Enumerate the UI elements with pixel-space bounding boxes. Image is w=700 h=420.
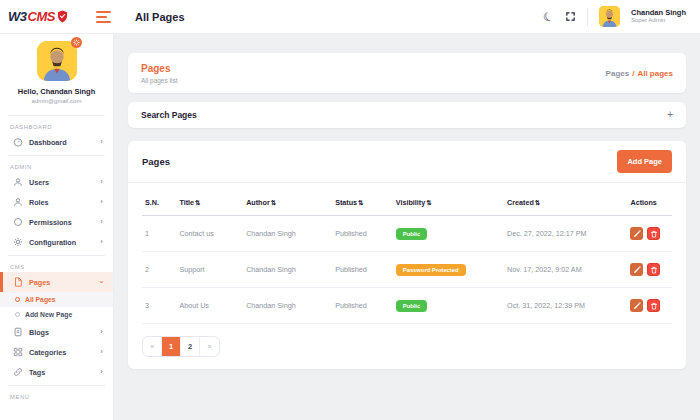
sidebar-item-tags[interactable]: Tags › — [0, 362, 113, 382]
sidebar-item-label: Permissions — [29, 218, 72, 227]
breadcrumb-parent[interactable]: Pages — [606, 69, 630, 78]
chevron-right-icon: › — [100, 138, 103, 146]
divider — [8, 255, 105, 256]
dashboard-icon — [13, 137, 23, 147]
sort-icon: ⇅ — [195, 199, 200, 206]
avatar-settings-badge-icon[interactable] — [71, 37, 82, 48]
main-content: Pages All pages list Pages/All pages Sea… — [114, 34, 700, 420]
sidebar-item-dashboard[interactable]: Dashboard › — [0, 132, 113, 152]
edit-button[interactable] — [630, 227, 643, 240]
sort-icon: ⇅ — [535, 199, 540, 206]
pencil-icon — [633, 266, 641, 274]
sort-icon: ⇅ — [271, 199, 276, 206]
roles-icon — [13, 197, 23, 207]
cell-sn: 1 — [142, 216, 176, 252]
visibility-badge: Password Protected — [396, 264, 466, 276]
sidebar-subitem-label: Add New Page — [25, 311, 72, 318]
sidebar: Hello, Chandan Singh admin@gmail.com DAS… — [0, 34, 114, 420]
cell-title: Support — [176, 252, 243, 288]
blogs-icon — [13, 327, 23, 337]
brand-logo-text-right: CMS — [28, 9, 55, 24]
tags-icon — [13, 367, 23, 377]
expand-plus-icon: + — [667, 110, 673, 120]
dark-mode-icon[interactable]: ☾ — [542, 9, 556, 24]
header-user-name: Chandan Singh — [631, 8, 686, 17]
sidebar-item-categories[interactable]: Categories › — [0, 342, 113, 362]
profile-avatar[interactable] — [37, 41, 77, 81]
table-header-row: S.N. Title⇅ Author⇅ Status⇅ Visibility⇅ … — [142, 187, 672, 216]
delete-button[interactable] — [647, 227, 660, 240]
cell-title: About Us — [176, 288, 243, 324]
pages-icon — [13, 277, 23, 287]
pencil-icon — [633, 230, 641, 238]
sidebar-item-blogs[interactable]: Blogs › — [0, 322, 113, 342]
pages-table: S.N. Title⇅ Author⇅ Status⇅ Visibility⇅ … — [142, 187, 672, 324]
brand-logo[interactable]: W3CMS — [8, 9, 88, 24]
sidebar-item-permissions[interactable]: Permissions › — [0, 212, 113, 232]
visibility-badge: Public — [396, 228, 427, 240]
sidebar-item-label: Users — [29, 178, 49, 187]
pagination-prev[interactable]: « — [143, 337, 162, 356]
pages-card: Pages Add Page S.N. Title⇅ Author⇅ Statu… — [128, 141, 686, 369]
column-header-sn: S.N. — [142, 187, 176, 216]
pagination: « 1 2 » — [142, 336, 220, 357]
column-header-author[interactable]: Author⇅ — [243, 187, 332, 216]
sidebar-item-users[interactable]: Users › — [0, 172, 113, 192]
header-avatar[interactable] — [599, 6, 620, 27]
breadcrumb-current: All pages — [637, 69, 673, 78]
pagination-page-1[interactable]: 1 — [162, 337, 181, 356]
section-label-dashboard: DASHBOARD — [0, 119, 113, 132]
column-header-created[interactable]: Created⇅ — [504, 187, 627, 216]
pagination-next[interactable]: » — [200, 337, 219, 356]
search-panel-title: Search Pages — [141, 110, 197, 120]
brand-shield-icon — [57, 10, 68, 23]
topbar: W3CMS All Pages ☾ Chandan Singh Super Ad… — [0, 0, 700, 34]
sidebar-item-pages[interactable]: Pages › — [0, 272, 113, 292]
search-pages-panel[interactable]: Search Pages + — [128, 102, 686, 128]
sidebar-subitem-label: All Pages — [25, 296, 56, 303]
sidebar-item-roles[interactable]: Roles › — [0, 192, 113, 212]
breadcrumb: Pages/All pages — [606, 69, 673, 78]
divider — [8, 155, 105, 156]
header-user-role: Super Admin — [631, 17, 686, 25]
sidebar-subitem-all-pages[interactable]: All Pages — [0, 292, 113, 307]
divider — [8, 115, 105, 116]
header-user[interactable]: Chandan Singh Super Admin — [631, 8, 686, 25]
column-header-title[interactable]: Title⇅ — [176, 187, 243, 216]
table-row: 1 Contact us Chandan Singh Published Pub… — [142, 216, 672, 252]
add-page-button[interactable]: Add Page — [617, 150, 672, 173]
section-label-cms: CMS — [0, 259, 113, 272]
sidebar-subitem-add-new-page[interactable]: Add New Page — [0, 307, 113, 322]
trash-icon — [650, 266, 658, 274]
cell-created: Oct. 31, 2022, 12:39 PM — [504, 288, 627, 324]
permissions-icon — [13, 217, 23, 227]
edit-button[interactable] — [630, 299, 643, 312]
delete-button[interactable] — [647, 299, 660, 312]
categories-icon — [13, 347, 23, 357]
visibility-badge: Public — [396, 300, 427, 312]
section-label-menu: MENU — [0, 389, 113, 402]
breadcrumb-separator: / — [632, 69, 634, 78]
chevron-right-icon: › — [100, 178, 103, 186]
page-header-card: Pages All pages list Pages/All pages — [128, 53, 686, 93]
table-row: 3 About Us Chandan Singh Published Publi… — [142, 288, 672, 324]
delete-button[interactable] — [647, 263, 660, 276]
section-label-admin: ADMIN — [0, 159, 113, 172]
menu-toggle-icon[interactable] — [96, 11, 111, 23]
page-header-title: Pages — [141, 63, 178, 74]
edit-button[interactable] — [630, 263, 643, 276]
page-header-subtitle: All pages list — [141, 77, 178, 84]
cell-author: Chandan Singh — [243, 252, 332, 288]
pagination-page-2[interactable]: 2 — [181, 337, 200, 356]
sort-icon: ⇅ — [358, 199, 363, 206]
column-header-visibility[interactable]: Visibility⇅ — [393, 187, 504, 216]
trash-icon — [650, 302, 658, 310]
sidebar-profile: Hello, Chandan Singh admin@gmail.com — [0, 34, 113, 112]
column-header-actions: Actions — [627, 187, 672, 216]
chevron-down-icon: › — [98, 281, 106, 284]
sidebar-item-label: Dashboard — [29, 138, 67, 147]
sidebar-item-label: Roles — [29, 198, 49, 207]
fullscreen-icon[interactable] — [565, 11, 576, 22]
sidebar-item-configuration[interactable]: Configuration › — [0, 232, 113, 252]
column-header-status[interactable]: Status⇅ — [332, 187, 393, 216]
